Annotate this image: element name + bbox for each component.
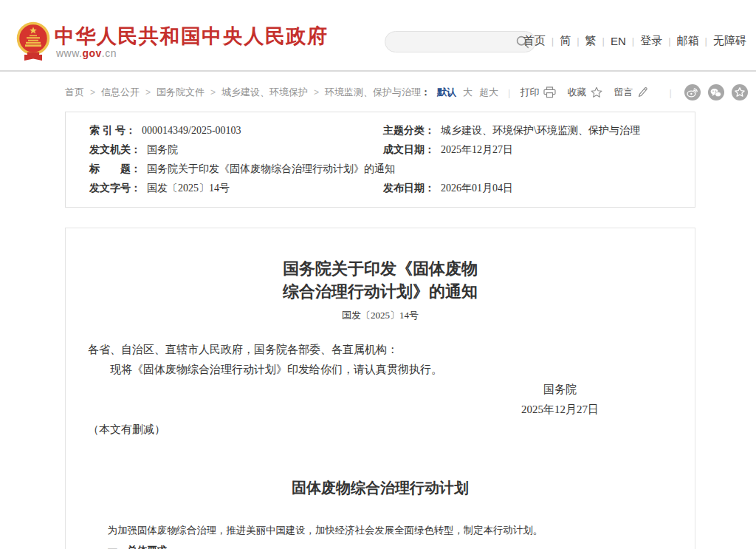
nav-home[interactable]: 首页	[523, 34, 546, 48]
breadcrumb-item-subcategory[interactable]: 环境监测、保护与治理	[325, 86, 421, 99]
sign-date: 2025年12月27日	[521, 400, 599, 420]
comment-button[interactable]: 留言	[614, 86, 648, 99]
breadcrumb-item-docs[interactable]: 国务院文件	[157, 86, 205, 99]
breadcrumb-item-info[interactable]: 信息公开	[101, 86, 140, 99]
breadcrumb-separator: >	[145, 87, 151, 98]
meta-value-agency: 国务院	[147, 140, 178, 160]
signature-block: 国务院 2025年12月27日	[521, 380, 599, 420]
meta-value-publish-date: 2026年01月04日	[441, 179, 513, 198]
wechat-icon	[710, 88, 721, 98]
font-size-xlarge[interactable]: 超大	[479, 86, 498, 99]
nav-english[interactable]: EN	[611, 35, 626, 47]
font-size-default[interactable]: 默认	[437, 86, 456, 99]
breadcrumb-separator: >	[90, 87, 95, 98]
meta-label-category: 主题分类：	[383, 121, 435, 140]
signer: 国务院	[521, 380, 599, 400]
url-www: www.	[56, 47, 82, 59]
print-label: 打印	[520, 86, 539, 99]
nav-separator: |	[705, 35, 707, 47]
pencil-icon	[637, 86, 648, 98]
document-title-line2: 综合治理行动计划》的通知	[88, 280, 673, 303]
section-1-heading: 一、总体要求	[88, 540, 673, 549]
toolbar-separator: |	[508, 87, 510, 98]
url-gov: gov	[82, 47, 101, 59]
meta-row-agency: 发文机关： 国务院 成文日期： 2025年12月27日	[89, 140, 695, 160]
meta-label-title: 标 题：	[89, 160, 141, 179]
site-title: 中华人民共和国中央人民政府	[55, 23, 329, 50]
paragraph-notice: 现将《固体废物综合治理行动计划》印发给你们，请认真贯彻执行。	[88, 360, 673, 380]
meta-label-publish-date: 发布日期：	[383, 179, 435, 198]
document-title-line1: 国务院关于印发《固体废物	[88, 257, 673, 280]
meta-label-index: 索 引 号：	[89, 121, 136, 140]
meta-label-agency: 发文机关：	[89, 140, 141, 160]
breadcrumb-toolbar: 首页 > 信息公开 > 国务院文件 > 城乡建设、环境保护 > 环境监测、保护与…	[65, 83, 701, 101]
search-box	[385, 31, 536, 52]
weibo-share-button[interactable]	[684, 84, 701, 100]
toolbar-separator: |	[669, 87, 671, 98]
nav-login[interactable]: 登录	[640, 34, 662, 48]
nav-separator: |	[551, 35, 554, 47]
document-body: 国务院关于印发《固体废物 综合治理行动计划》的通知 国发〔2025〕14号 各省…	[65, 228, 695, 549]
print-button[interactable]: 打印	[520, 86, 556, 99]
favorite-button[interactable]: 收藏	[567, 86, 602, 99]
meta-label-doc-number: 发文字号：	[89, 179, 141, 198]
search-input[interactable]	[396, 33, 514, 51]
font-size-large[interactable]: 大	[463, 86, 472, 99]
document-metadata: 索 引 号： 000014349/2025-00103 主题分类： 城乡建设、环…	[65, 112, 695, 208]
nav-separator: |	[602, 35, 605, 47]
plan-title: 固体废物综合治理行动计划	[88, 478, 673, 498]
nav-separator: |	[632, 35, 634, 47]
font-size-colon: ：	[421, 86, 430, 99]
breadcrumb-separator: >	[314, 87, 319, 98]
nav-traditional[interactable]: 繁	[585, 34, 597, 48]
salutation: 各省、自治区、直辖市人民政府，国务院各部委、各直属机构：	[88, 340, 673, 360]
meta-value-title: 国务院关于印发《固体废物综合治理行动计划》的通知	[147, 160, 395, 179]
printer-icon	[543, 86, 556, 98]
site-logo[interactable]	[16, 19, 50, 67]
meta-value-category: 城乡建设、环境保护\环境监测、保护与治理	[441, 121, 640, 140]
favorite-label: 收藏	[567, 86, 586, 99]
star-share-button[interactable]	[732, 84, 748, 100]
document-number: 国发〔2025〕14号	[88, 309, 673, 322]
breadcrumb-item-home[interactable]: 首页	[65, 86, 84, 99]
redaction-note: （本文有删减）	[88, 420, 673, 440]
wechat-share-button[interactable]	[708, 84, 724, 100]
weibo-icon	[687, 88, 698, 98]
nav-separator: |	[577, 35, 579, 47]
meta-value-index: 000014349/2025-00103	[142, 121, 241, 140]
nav-separator: |	[668, 35, 670, 47]
meta-value-written-date: 2025年12月27日	[441, 140, 513, 160]
breadcrumb-item-category[interactable]: 城乡建设、环境保护	[221, 86, 308, 99]
breadcrumb-separator: >	[210, 87, 216, 98]
meta-row-index: 索 引 号： 000014349/2025-00103 主题分类： 城乡建设、环…	[89, 121, 695, 140]
meta-value-doc-number: 国发〔2025〕14号	[147, 179, 230, 198]
meta-label-written-date: 成文日期：	[383, 140, 435, 160]
meta-row-title: 标 题： 国务院关于印发《固体废物综合治理行动计划》的通知	[89, 160, 695, 179]
plan-paragraph-1: 为加强固体废物综合治理，推进美丽中国建设，加快经济社会发展全面绿色转型，制定本行…	[88, 520, 673, 540]
star-circle-icon	[735, 87, 745, 98]
share-buttons	[684, 84, 748, 100]
url-cn: .cn	[102, 47, 117, 59]
top-navigation: 首页 | 简 | 繁 | EN | 登录 | 邮箱 | 无障碍	[523, 34, 746, 48]
site-header: 中华人民共和国中央人民政府 www.gov.cn 首页 | 简 | 繁 | EN…	[0, 0, 756, 72]
document-title: 国务院关于印发《固体废物 综合治理行动计划》的通知	[88, 257, 673, 303]
nav-mailbox[interactable]: 邮箱	[677, 34, 699, 48]
meta-row-number: 发文字号： 国发〔2025〕14号 发布日期： 2026年01月04日	[89, 179, 695, 198]
nav-simplified[interactable]: 简	[560, 34, 571, 48]
comment-label: 留言	[614, 86, 633, 99]
national-emblem-icon	[16, 19, 50, 67]
site-url: www.gov.cn	[56, 47, 117, 59]
star-icon	[591, 86, 602, 98]
nav-accessibility[interactable]: 无障碍	[713, 34, 746, 48]
